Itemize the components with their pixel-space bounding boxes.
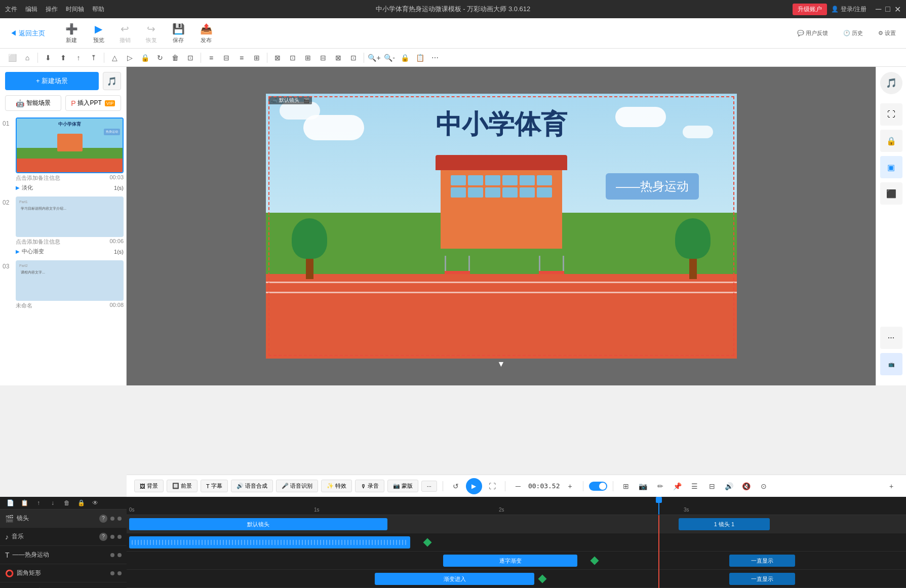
download-tool[interactable]: ⬇ bbox=[41, 51, 55, 65]
scene-thumb-3[interactable]: Part2 课程内容文字... bbox=[16, 260, 124, 301]
right-layer-btn[interactable]: ▣ bbox=[880, 156, 902, 178]
smart-scene-tab[interactable]: 🤖 智能场景 bbox=[5, 95, 61, 111]
dist4[interactable]: ⊟ bbox=[316, 51, 330, 65]
bg-btn[interactable]: 🖼背景 bbox=[134, 480, 164, 492]
voice-recog-btn[interactable]: 🎤语音识别 bbox=[276, 480, 318, 492]
scene-transition-1[interactable]: ▶ 淡化 1(s) bbox=[16, 183, 124, 192]
restore-btn[interactable]: ↪ 恢复 bbox=[146, 23, 157, 44]
tl-text1-dot2[interactable] bbox=[117, 553, 122, 557]
voice-synth-btn[interactable]: 🔊语音合成 bbox=[231, 480, 273, 492]
copy2[interactable]: 📋 bbox=[413, 51, 427, 65]
circle-btn[interactable]: ⊙ bbox=[757, 479, 771, 493]
win-minimize[interactable]: ─ bbox=[876, 5, 881, 14]
publish-btn[interactable]: 📤 发布 bbox=[200, 23, 213, 44]
dist6[interactable]: ⊡ bbox=[346, 51, 361, 65]
top-tool[interactable]: ⤒ bbox=[87, 51, 101, 65]
tl-diamond-text1[interactable] bbox=[590, 557, 599, 565]
align-center[interactable]: ⊟ bbox=[219, 51, 233, 65]
tl-lock-btn[interactable]: 🔒 bbox=[75, 497, 87, 509]
tl-clip-shape-tail[interactable]: 一直显示 bbox=[729, 573, 795, 585]
tl-shape-dot1[interactable] bbox=[110, 571, 114, 575]
more-tool[interactable]: ⋯ bbox=[428, 51, 442, 65]
upgrade-button[interactable]: 升级账户 bbox=[793, 4, 827, 15]
back-home-btn[interactable]: ◀ 返回主页 bbox=[10, 29, 45, 38]
loop-btn[interactable]: ↺ bbox=[449, 479, 463, 493]
preview-btn[interactable]: ▶ 预览 bbox=[93, 23, 104, 44]
caption-btn[interactable]: T字幕 bbox=[201, 480, 228, 492]
pin-btn[interactable]: 📌 bbox=[671, 479, 685, 493]
tl-clip-lens1[interactable]: 1 镜头 1 bbox=[679, 518, 770, 530]
zoom-out[interactable]: 🔍- bbox=[382, 51, 397, 65]
select-tool[interactable]: ⬜ bbox=[5, 51, 19, 65]
scene-transition-2[interactable]: ▶ 中心渐变 1(s) bbox=[16, 247, 124, 256]
tl-del-btn[interactable]: 🗑 bbox=[61, 497, 73, 509]
right-music-btn[interactable]: 🎵 bbox=[880, 72, 902, 94]
tl-diamond-music[interactable] bbox=[423, 538, 432, 547]
tl-down-btn[interactable]: ↓ bbox=[47, 497, 59, 509]
save-btn[interactable]: 💾 保存 bbox=[172, 23, 185, 44]
tl-text1-dot1[interactable] bbox=[110, 553, 114, 557]
split-btn[interactable]: ⊟ bbox=[705, 479, 719, 493]
tl-diamond-shape[interactable] bbox=[538, 575, 547, 583]
history-btn[interactable]: 🕐 历史 bbox=[843, 29, 863, 37]
lock-tool[interactable]: 🔒 bbox=[138, 51, 152, 65]
menu-operation[interactable]: 操作 bbox=[46, 5, 58, 14]
triangle-tool[interactable]: △ bbox=[107, 51, 122, 65]
win-close[interactable]: ✕ bbox=[894, 5, 901, 14]
feedback-btn[interactable]: 💬 用户反馈 bbox=[797, 29, 828, 37]
dist-h[interactable]: ⊠ bbox=[270, 51, 285, 65]
tl-lens-dot1[interactable] bbox=[110, 517, 114, 521]
tl-new-btn[interactable]: 📋 bbox=[18, 497, 30, 509]
align-left[interactable]: ≡ bbox=[204, 51, 218, 65]
effects-btn[interactable]: ✨特效 bbox=[321, 480, 352, 492]
right-more-btn[interactable]: ··· bbox=[880, 327, 902, 349]
right-fullscreen-btn[interactable]: ⛶ bbox=[880, 103, 902, 126]
edit-btn[interactable]: ✏ bbox=[653, 479, 667, 493]
align-right[interactable]: ≡ bbox=[234, 51, 249, 65]
right-dark-btn[interactable]: ⬛ bbox=[880, 182, 902, 205]
mute-btn[interactable]: 🔇 bbox=[739, 479, 754, 493]
zoom-in[interactable]: 🔍+ bbox=[367, 51, 381, 65]
tl-clip-default-lens[interactable]: 默认镜头 bbox=[129, 518, 387, 530]
new-scene-button[interactable]: + 新建场景 bbox=[5, 72, 99, 90]
tl-lens-dot2[interactable] bbox=[117, 517, 122, 521]
camera-btn[interactable]: 📷 bbox=[636, 479, 650, 493]
filter-btn[interactable]: ☰ bbox=[688, 479, 702, 493]
copy-tool[interactable]: ⊡ bbox=[183, 51, 198, 65]
menu-file[interactable]: 文件 bbox=[5, 5, 17, 14]
menu-edit[interactable]: 编辑 bbox=[25, 5, 37, 14]
tl-music-dot2[interactable] bbox=[117, 535, 122, 539]
tl-clip-text1[interactable]: 逐字渐变 bbox=[443, 555, 577, 567]
rotate-tool[interactable]: ↻ bbox=[153, 51, 167, 65]
up2-tool[interactable]: ↑ bbox=[71, 51, 86, 65]
home-tool[interactable]: ⌂ bbox=[20, 51, 34, 65]
vol-btn[interactable]: 🔊 bbox=[722, 479, 736, 493]
tl-up-btn[interactable]: ↑ bbox=[32, 497, 45, 509]
insert-ppt-tab[interactable]: P 插入PPT VIP bbox=[65, 95, 122, 111]
menu-help[interactable]: 帮助 bbox=[92, 5, 104, 14]
scene-thumb-1[interactable]: 中小学体育 热身运动 bbox=[16, 117, 124, 173]
music-button[interactable]: 🎵 bbox=[103, 72, 121, 90]
cover-btn[interactable]: 📷蒙版 bbox=[387, 480, 418, 492]
fullscreen-btn[interactable]: ⛶ bbox=[485, 479, 499, 493]
right-bottom-btn[interactable]: 📺 bbox=[880, 353, 902, 375]
front-btn[interactable]: 🔲前景 bbox=[167, 480, 198, 492]
menu-timeline[interactable]: 时间轴 bbox=[66, 5, 84, 14]
play-button[interactable]: ▶ bbox=[466, 478, 482, 494]
lock2[interactable]: 🔒 bbox=[398, 51, 412, 65]
win-maximize[interactable]: □ bbox=[885, 5, 890, 14]
login-button[interactable]: 👤 登录/注册 bbox=[831, 5, 866, 14]
toggle-switch[interactable] bbox=[589, 482, 607, 491]
tl-shape-dot2[interactable] bbox=[117, 571, 122, 575]
tl-music-help[interactable]: ? bbox=[99, 533, 107, 541]
play2-tool[interactable]: ▷ bbox=[123, 51, 137, 65]
dist5[interactable]: ⊠ bbox=[331, 51, 345, 65]
tl-show-btn[interactable]: 👁 bbox=[89, 497, 101, 509]
tl-clip-shape[interactable]: 渐变进入 bbox=[375, 573, 534, 585]
settings-btn[interactable]: ⚙ 设置 bbox=[878, 29, 896, 37]
minus-btn[interactable]: ─ bbox=[511, 479, 525, 493]
end-btn[interactable]: + bbox=[884, 479, 898, 493]
tl-clip-music[interactable] bbox=[129, 536, 410, 548]
delete-tool[interactable]: 🗑 bbox=[168, 51, 182, 65]
new-btn[interactable]: ➕ 新建 bbox=[65, 23, 78, 44]
